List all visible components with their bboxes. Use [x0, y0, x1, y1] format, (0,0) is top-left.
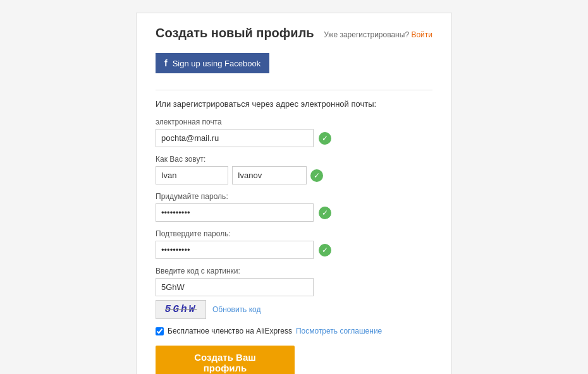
password-row: ✓: [156, 203, 432, 222]
captcha-label: Введите код с картинки:: [156, 267, 432, 275]
captcha-image: 5GhW: [156, 300, 206, 319]
form-header: Создать новый профиль Уже зарегистрирова…: [156, 26, 432, 43]
submit-button[interactable]: Создать Ваш профиль: [156, 346, 295, 374]
confirm-row: ✓: [156, 241, 432, 259]
confirm-input[interactable]: [156, 241, 314, 259]
already-registered-text: Уже зарегистрированы?: [324, 30, 409, 39]
captcha-image-area: 5GhW Обновить код: [156, 300, 432, 319]
login-prompt: Уже зарегистрированы? Войти: [324, 30, 432, 39]
refresh-captcha-link[interactable]: Обновить код: [212, 305, 260, 314]
password-field-group: Придумайте пароль: ✓: [156, 192, 432, 222]
or-email-label: Или зарегистрироваться через адрес элект…: [156, 99, 432, 109]
facebook-icon: f: [164, 58, 168, 68]
form-title: Создать новый профиль: [156, 26, 314, 40]
email-valid-icon: ✓: [319, 132, 331, 145]
registration-form: Создать новый профиль Уже зарегистрирова…: [136, 13, 452, 374]
first-name-input[interactable]: [156, 166, 228, 184]
agreement-label: Бесплатное членство на AliExpress: [168, 327, 292, 335]
captcha-section: Введите код с картинки: 5GhW Обновить ко…: [156, 267, 432, 319]
email-label: электронная почта: [156, 118, 432, 126]
confirm-valid-icon: ✓: [319, 244, 331, 256]
email-row: ✓: [156, 129, 432, 147]
last-name-input[interactable]: [232, 166, 307, 184]
facebook-signup-button[interactable]: f Sign up using Facebook: [156, 53, 269, 73]
name-label: Как Вас зовут:: [156, 155, 432, 164]
password-valid-icon: ✓: [319, 207, 331, 219]
facebook-button-label: Sign up using Facebook: [173, 59, 260, 68]
name-row: ✓: [156, 166, 432, 184]
password-label: Придумайте пароль:: [156, 192, 432, 201]
agreement-checkbox[interactable]: [156, 327, 164, 335]
name-valid-icon: ✓: [310, 169, 323, 182]
divider: [156, 90, 432, 90]
captcha-input[interactable]: [156, 278, 314, 296]
login-link[interactable]: Войти: [411, 30, 432, 39]
password-input[interactable]: [156, 203, 314, 222]
email-input[interactable]: [156, 129, 314, 147]
confirm-field-group: Подтвердите пароль: ✓: [156, 229, 432, 259]
name-field-group: Как Вас зовут: ✓: [156, 155, 432, 184]
email-field-group: электронная почта ✓: [156, 118, 432, 147]
agreement-row: Бесплатное членство на AliExpress Посмот…: [156, 327, 432, 335]
agreement-link[interactable]: Посмотреть соглашение: [296, 327, 382, 335]
confirm-label: Подтвердите пароль:: [156, 229, 432, 238]
